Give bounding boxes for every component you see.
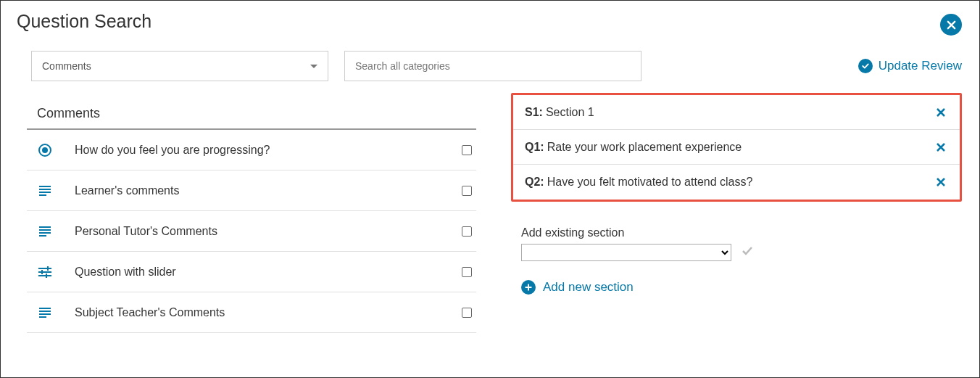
question-label: Personal Tutor's Comments bbox=[75, 225, 462, 238]
question-checkbox[interactable] bbox=[462, 145, 472, 155]
category-dropdown[interactable]: Comments bbox=[31, 51, 328, 81]
text-icon bbox=[37, 308, 53, 318]
question-search-modal: Question Search Comments Update Review C… bbox=[0, 0, 980, 378]
plus-circle-icon bbox=[521, 280, 536, 295]
question-label: Question with slider bbox=[75, 266, 462, 279]
check-icon bbox=[740, 244, 755, 258]
chevron-down-icon bbox=[310, 65, 317, 68]
selected-item: Q2: Have you felt motivated to attend cl… bbox=[513, 165, 960, 200]
question-label: Subject Teacher's Comments bbox=[75, 306, 462, 319]
add-existing-label: Add existing section bbox=[521, 226, 962, 239]
selected-panel: S1: Section 1 Q1: Rate your work placeme… bbox=[511, 106, 962, 295]
question-row[interactable]: How do you feel you are progressing? bbox=[27, 130, 476, 170]
selected-item: Q1: Rate your work placement experience bbox=[513, 130, 960, 165]
question-checkbox[interactable] bbox=[462, 267, 472, 277]
question-row[interactable]: Subject Teacher's Comments bbox=[27, 292, 476, 333]
question-row[interactable]: Question with slider bbox=[27, 252, 476, 292]
modal-title: Question Search bbox=[17, 11, 965, 32]
selected-prefix: Q2: bbox=[525, 176, 544, 189]
remove-button[interactable] bbox=[931, 172, 951, 192]
controls-row: Comments Update Review bbox=[31, 51, 965, 81]
question-checkbox[interactable] bbox=[462, 186, 472, 196]
question-checkbox[interactable] bbox=[462, 226, 472, 237]
remove-button[interactable] bbox=[931, 137, 951, 157]
search-input[interactable] bbox=[344, 51, 641, 81]
category-dropdown-value: Comments bbox=[42, 60, 91, 72]
selected-item: S1: Section 1 bbox=[513, 95, 960, 130]
selected-label: Section 1 bbox=[546, 106, 931, 119]
radio-icon bbox=[37, 144, 53, 157]
question-list-panel: Comments How do you feel you are progres… bbox=[27, 106, 476, 333]
close-icon bbox=[935, 107, 947, 118]
question-checkbox[interactable] bbox=[462, 308, 472, 318]
selected-label: Have you felt motivated to attend class? bbox=[547, 176, 931, 189]
add-new-section-button[interactable]: Add new section bbox=[521, 280, 962, 295]
close-icon bbox=[935, 141, 947, 153]
update-review-label: Update Review bbox=[879, 59, 962, 73]
check-circle-icon bbox=[858, 59, 873, 73]
existing-section-select[interactable] bbox=[521, 244, 731, 261]
selected-prefix: Q1: bbox=[525, 141, 544, 154]
slider-icon bbox=[37, 267, 53, 277]
question-label: Learner's comments bbox=[75, 184, 462, 197]
text-icon bbox=[37, 226, 53, 237]
question-label: How do you feel you are progressing? bbox=[75, 144, 462, 157]
close-icon bbox=[935, 176, 947, 188]
main-columns: Comments How do you feel you are progres… bbox=[15, 106, 965, 333]
question-row[interactable]: Personal Tutor's Comments bbox=[27, 211, 476, 252]
close-button[interactable] bbox=[940, 14, 962, 36]
selected-label: Rate your work placement experience bbox=[547, 141, 931, 154]
selected-items-box: S1: Section 1 Q1: Rate your work placeme… bbox=[511, 93, 962, 202]
add-existing-section: Add existing section bbox=[521, 226, 962, 261]
question-row[interactable]: Learner's comments bbox=[27, 170, 476, 211]
remove-button[interactable] bbox=[931, 102, 951, 123]
selected-prefix: S1: bbox=[525, 106, 543, 119]
close-icon bbox=[946, 20, 957, 30]
update-review-button[interactable]: Update Review bbox=[858, 59, 962, 73]
confirm-add-button[interactable] bbox=[740, 244, 755, 261]
text-icon bbox=[37, 186, 53, 196]
add-existing-row bbox=[521, 244, 962, 261]
question-list-heading: Comments bbox=[27, 106, 476, 130]
add-new-section-label: Add new section bbox=[543, 280, 634, 295]
